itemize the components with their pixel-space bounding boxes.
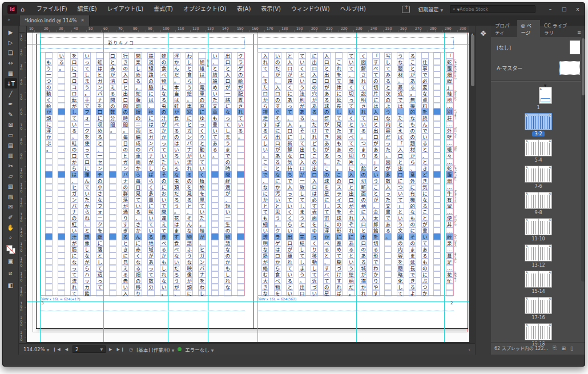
formatting-affects-container-button[interactable]: ▣ [5, 256, 17, 266]
new-spread-icon[interactable]: ⊞ [561, 345, 566, 351]
line-tool[interactable]: ╱ [5, 89, 17, 99]
spread-thumbnail-1[interactable]: ▼A1 [525, 84, 552, 110]
scissors-tool[interactable]: ✂ [5, 160, 17, 171]
horizontal-ruler[interactable]: 1020304050607080901001101201301401501601… [27, 26, 469, 33]
rectangle-tool[interactable]: ▭ [5, 130, 17, 140]
gradient-feather-tool[interactable]: ▨ [5, 191, 17, 202]
hand-tool[interactable]: ✋ [5, 222, 17, 232]
zoom-level-dropdown[interactable]: 114.02%▼ [23, 347, 49, 352]
canvas-vertical-scrollbar[interactable]: ▲ ▼ [469, 33, 475, 348]
menu-表示[interactable]: 表示(V) [256, 3, 286, 15]
prev-page-button[interactable]: ◀ [65, 347, 69, 352]
master-none-row[interactable]: [なし] [491, 37, 585, 58]
footer-text-frame[interactable] [41, 311, 245, 311]
master-a-thumbnail[interactable] [559, 61, 580, 75]
horizontal-grid-tool[interactable]: ▤ [5, 140, 17, 150]
spread-thumbnail-image[interactable]: AA [525, 271, 552, 288]
apply-none-button[interactable]: ⧄ [5, 268, 17, 278]
maximize-button[interactable]: □ [557, 3, 571, 15]
eyedropper-tool[interactable]: ✐ [5, 212, 17, 222]
footer-text-frame[interactable] [257, 311, 454, 311]
edit-page-size-icon[interactable]: ⎘ [553, 345, 557, 351]
vertical-grid-tool[interactable]: ▥ [5, 150, 17, 160]
ruler-origin-corner[interactable] [19, 26, 27, 33]
gradient-tool[interactable]: ▧ [5, 181, 17, 191]
first-page-button[interactable]: ❙◀ [53, 347, 61, 352]
master-none-thumbnail[interactable] [570, 41, 580, 54]
scrollbar-thumb[interactable] [582, 38, 585, 95]
spread-thumbnail-image[interactable]: AA [525, 192, 552, 209]
spread-thumbnail-image[interactable]: AA [525, 113, 552, 130]
frame-tool[interactable]: ⊠ [5, 119, 17, 130]
panel-collapse-icon[interactable]: » [3, 15, 20, 26]
menu-表[interactable]: 表(A) [232, 3, 256, 15]
next-page-button[interactable]: ▶ [109, 347, 113, 352]
master-a-row[interactable]: A-マスター [491, 58, 585, 78]
document-tab[interactable]: *kinoko.indd @ 114% ✕ [20, 15, 90, 26]
page-number-field[interactable]: 2 ▼ [73, 345, 106, 353]
header-text-frame[interactable] [257, 37, 454, 49]
gap-tool[interactable]: ↔ [5, 58, 17, 68]
vertical-type-tool[interactable]: ↓T [5, 78, 17, 89]
frame-grid-page-2[interactable]: 「蛇腹畑線」蛙地…別荘…外壁…蛾々…蛇腹畑…牛有留…便丼…蛭泉…幕足…花忙仕事で… [257, 52, 454, 296]
spread-thumbnail-image[interactable]: AA [525, 218, 552, 235]
search-input[interactable] [460, 7, 522, 12]
panel-tab-プロパティ[interactable]: プロパティ [491, 20, 517, 37]
fill-swatch[interactable] [6, 245, 13, 251]
delete-page-icon[interactable]: ▯ [570, 345, 573, 351]
stock-search-box[interactable]: ⌕▼ [450, 5, 535, 13]
tab-close-icon[interactable]: ✕ [80, 15, 84, 26]
workspace-switcher[interactable]: 初期設定▼ [418, 6, 443, 13]
zoom-tool[interactable]: ⌕ [5, 232, 17, 243]
status-expand-icon[interactable]: ‹ [469, 347, 470, 352]
menu-ヘルプ[interactable]: ヘルプ(H) [335, 3, 371, 15]
spread-thumbnail-11-10[interactable]: AA11-10 [525, 218, 552, 242]
menu-ウィンドウ[interactable]: ウィンドウ(W) [286, 3, 335, 15]
fill-stroke-swatches[interactable] [6, 245, 15, 254]
header-text-frame[interactable] [41, 37, 245, 49]
workspace-profile-dropdown[interactable]: [基本] (作業用)▼ [136, 346, 174, 353]
menu-レイアウト[interactable]: レイアウト(L) [102, 3, 148, 15]
spread-thumbnail-17-16[interactable]: AA17-16 [525, 297, 552, 320]
panel-tab-CC ライブラリ[interactable]: CC ライブラリ [540, 20, 573, 37]
scrollbar-thumb[interactable] [471, 35, 474, 86]
spread-thumbnail-9-8[interactable]: AA9-8 [525, 192, 552, 215]
frame-grid-page-3[interactable]: クラゲの絵が配置されている。出口と入口が一緒になってしまうまでの時間経過が、短い… [41, 52, 245, 296]
content-collector-tool[interactable]: ▦ [5, 68, 17, 78]
preview-mode-button[interactable]: ◧ [5, 280, 17, 290]
spread-thumbnail-3-2[interactable]: AA3-2 [525, 113, 552, 136]
note-tool[interactable]: ✉ [5, 202, 17, 212]
pen-tool[interactable]: ✒ [5, 99, 17, 109]
document-canvas[interactable]: 彩りキノコクラゲの絵が配置されている。出口と入口が一緒になってしまうまでの時間経… [27, 33, 469, 348]
spread-thumbnail-5-4[interactable]: AA5-4 [525, 139, 552, 163]
ruler-guide-horizontal[interactable] [27, 301, 469, 302]
share-icon[interactable] [402, 6, 410, 13]
vertical-ruler[interactable]: 1020304050607080901001101201301401501601… [19, 33, 27, 355]
menu-オブジェクト[interactable]: オブジェクト(O) [178, 3, 232, 15]
pencil-tool[interactable]: ✎ [5, 109, 17, 119]
last-page-button[interactable]: ▶❙ [116, 347, 125, 352]
close-button[interactable]: x [571, 3, 585, 15]
spread-thumbnail-image[interactable]: AA [525, 166, 552, 183]
menu-書式[interactable]: 書式(T) [148, 3, 178, 15]
panel-scrollbar[interactable] [581, 30, 585, 281]
page-tool[interactable]: ❏ [5, 47, 17, 58]
free-transform-tool[interactable]: ▱ [5, 171, 17, 181]
page-thumbnail[interactable]: A [539, 87, 552, 104]
spread-thumbnail-7-6[interactable]: AA7-6 [525, 166, 552, 189]
spread-thumbnail-image[interactable]: AA [525, 297, 552, 314]
layers-panel-icon[interactable]: ❖ [480, 29, 487, 38]
menu-ファイル[interactable]: ファイル(F) [31, 3, 73, 15]
spread-thumbnail-image[interactable]: AA [525, 323, 552, 340]
panel-tab-ページ[interactable]: ◎ ページ [517, 20, 541, 37]
home-icon[interactable]: ⌂ [21, 6, 25, 13]
preflight-menu-icon[interactable]: ◷ [129, 347, 133, 352]
spread-thumbnail-15-14[interactable]: AA15-14 [525, 271, 552, 294]
preflight-dropdown[interactable]: エラーなし▼ [185, 346, 214, 353]
menu-編集[interactable]: 編集(E) [73, 3, 102, 15]
spread-thumbnail-image[interactable]: AA [525, 139, 552, 156]
minimize-button[interactable]: – [543, 3, 557, 15]
selection-tool[interactable]: ▶ [5, 27, 17, 37]
direct-selection-tool[interactable]: ▷ [5, 37, 17, 47]
spread-thumbnail-image[interactable]: AA [525, 244, 552, 262]
